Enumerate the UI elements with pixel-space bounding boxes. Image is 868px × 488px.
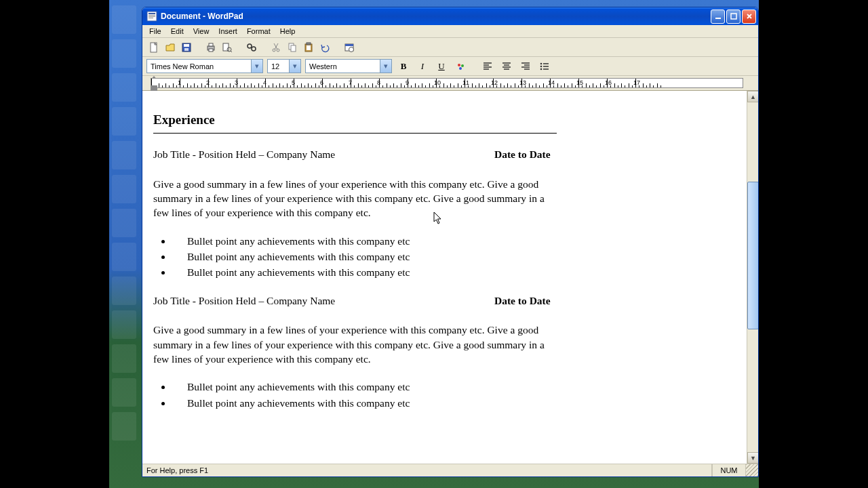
undo-icon[interactable]: [317, 40, 332, 55]
menu-file[interactable]: File: [145, 26, 165, 36]
bullets-button[interactable]: [537, 59, 552, 74]
svg-point-27: [349, 47, 354, 52]
svg-rect-24: [307, 43, 311, 45]
find-icon[interactable]: [244, 40, 259, 55]
scroll-thumb[interactable]: [747, 182, 758, 329]
svg-point-29: [461, 64, 464, 67]
bullet-item: Bullet point any achievements with this …: [172, 396, 690, 410]
svg-rect-26: [345, 44, 353, 46]
status-numlock: NUM: [712, 464, 746, 476]
menu-edit[interactable]: Edit: [167, 26, 188, 36]
entry-title: Job Title - Position Held – Company Name: [153, 147, 494, 161]
svg-point-18: [273, 49, 275, 52]
wordpad-icon: [146, 11, 157, 22]
minimize-button[interactable]: [711, 9, 725, 24]
entry-summary: Give a good summary in a few lines of yo…: [153, 323, 555, 366]
maximize-button[interactable]: [726, 9, 741, 24]
svg-point-32: [540, 65, 542, 67]
svg-rect-1: [149, 13, 155, 14]
scroll-up-icon[interactable]: ▲: [747, 91, 758, 102]
svg-point-19: [277, 49, 279, 52]
status-help: For Help, press F1: [142, 464, 712, 476]
doc-heading: Experience: [153, 111, 690, 129]
menu-format[interactable]: Format: [243, 26, 275, 36]
svg-point-28: [458, 64, 460, 66]
desktop: Document - WordPad File Edit View Insert…: [109, 0, 759, 488]
entry-header: Job Title - Position Held – Company Name…: [153, 293, 690, 308]
underline-button[interactable]: U: [434, 59, 449, 74]
italic-button[interactable]: I: [415, 59, 430, 74]
entry-header: Job Title - Position Held – Company Name…: [153, 147, 690, 161]
menu-help[interactable]: Help: [276, 26, 300, 36]
standard-toolbar: [142, 38, 758, 57]
bold-button[interactable]: B: [396, 59, 411, 74]
svg-rect-4: [149, 18, 153, 18]
svg-rect-2: [149, 15, 155, 16]
status-bar: For Help, press F1 NUM: [142, 464, 758, 476]
paste-icon[interactable]: [301, 40, 316, 55]
new-icon[interactable]: [146, 40, 161, 55]
resize-grip-icon[interactable]: [746, 464, 758, 476]
scroll-down-icon[interactable]: ▼: [747, 452, 758, 464]
chevron-down-icon[interactable]: ▾: [380, 60, 391, 73]
chevron-down-icon[interactable]: ▾: [251, 60, 262, 73]
svg-rect-13: [209, 49, 213, 52]
cut-icon[interactable]: [269, 40, 283, 55]
bullet-item: Bullet point any achievements with this …: [172, 265, 690, 279]
font-family-value: Times New Roman: [147, 62, 251, 70]
svg-rect-6: [731, 14, 736, 19]
svg-rect-10: [184, 48, 189, 51]
close-button[interactable]: [742, 9, 756, 24]
entry-summary: Give a good summary in a few lines of yo…: [153, 177, 555, 220]
svg-rect-12: [209, 43, 213, 46]
entry-dates: Date to Date: [494, 147, 551, 161]
desktop-icons: [109, 0, 143, 446]
bullet-item: Bullet point any achievements with this …: [172, 380, 690, 394]
color-button[interactable]: [453, 59, 468, 74]
menu-bar: File Edit View Insert Format Help: [142, 25, 758, 38]
datetime-icon[interactable]: [342, 40, 357, 55]
charset-value: Western: [306, 62, 380, 70]
entry-bullets: Bullet point any achievements with this …: [153, 380, 690, 410]
entry-bullets: Bullet point any achievements with this …: [153, 234, 690, 280]
menu-view[interactable]: View: [189, 26, 214, 36]
entry-title: Job Title - Position Held – Company Name: [153, 293, 494, 308]
svg-point-33: [540, 68, 542, 70]
align-center-button[interactable]: [499, 59, 514, 74]
svg-rect-21: [291, 45, 296, 52]
svg-rect-14: [223, 43, 229, 51]
align-left-button[interactable]: [480, 59, 495, 74]
menu-insert[interactable]: Insert: [214, 26, 241, 36]
font-size-value: 12: [268, 62, 289, 70]
print-icon[interactable]: [203, 40, 218, 55]
font-size-combo[interactable]: 12 ▾: [267, 59, 301, 73]
entry-dates: Date to Date: [494, 293, 551, 308]
copy-icon[interactable]: [285, 40, 300, 55]
charset-combo[interactable]: Western ▾: [305, 59, 392, 73]
svg-point-17: [252, 47, 256, 51]
svg-point-30: [459, 67, 462, 70]
font-family-combo[interactable]: Times New Roman ▾: [146, 59, 263, 73]
svg-rect-9: [184, 44, 189, 47]
svg-point-31: [540, 62, 542, 64]
save-icon[interactable]: [179, 40, 194, 55]
bullet-item: Bullet point any achievements with this …: [172, 234, 690, 248]
print-preview-icon[interactable]: [220, 40, 235, 55]
svg-rect-23: [307, 45, 311, 50]
wordpad-window: Document - WordPad File Edit View Insert…: [142, 7, 759, 477]
window-title: Document - WordPad: [161, 12, 243, 21]
chevron-down-icon[interactable]: ▾: [289, 60, 300, 73]
open-icon[interactable]: [163, 40, 178, 55]
ruler[interactable]: 1234567891011121314151617: [142, 76, 758, 91]
align-right-button[interactable]: [518, 59, 533, 74]
doc-divider: [153, 133, 557, 134]
svg-rect-5: [715, 18, 721, 19]
vertical-scrollbar[interactable]: ▲ ▼: [747, 91, 758, 464]
document-area[interactable]: ExperienceJob Title - Position Held – Co…: [142, 91, 747, 464]
svg-rect-3: [149, 16, 155, 17]
format-toolbar: Times New Roman ▾ 12 ▾ Western ▾ B I U: [142, 57, 758, 76]
titlebar[interactable]: Document - WordPad: [142, 7, 758, 25]
bullet-item: Bullet point any achievements with this …: [172, 249, 690, 264]
